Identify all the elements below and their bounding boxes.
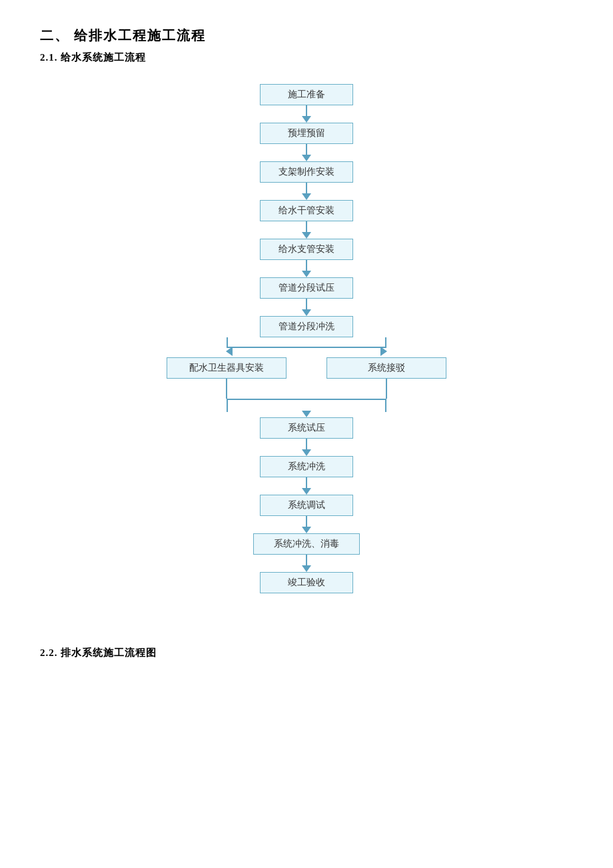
arrow-2 [302, 144, 311, 161]
arrow-after-3 [302, 516, 311, 533]
flowchart-container: 施工准备 预埋预留 支架制作安装 给水干管安装 给水支管安装 管道分段试压 [40, 84, 573, 593]
arrow-after-4 [302, 555, 311, 572]
section-title: 二、 给排水工程施工流程 [40, 27, 573, 45]
flow-box-7: 管道分段冲洗 [260, 316, 353, 337]
bottom-section: 2.2. 排水系统施工流程图 [40, 647, 573, 659]
flow-box-after-2: 系统冲洗 [260, 456, 353, 477]
split-top-connector [140, 337, 473, 357]
flow-box-after-3: 系统调试 [260, 495, 353, 516]
split-right-vline [386, 379, 387, 399]
sub-title-1: 2.1. 给水系统施工流程 [40, 51, 573, 64]
arrow-after-2 [302, 477, 311, 495]
split-row: 配水卫生器具安装 系统接驳 [140, 357, 473, 399]
arrow-4 [302, 221, 311, 239]
flow-box-2: 预埋预留 [260, 123, 353, 144]
flow-box-split-right: 系统接驳 [326, 357, 446, 379]
flow-box-4: 给水干管安装 [260, 200, 353, 221]
arrow-after-1 [302, 439, 311, 456]
merge-connector [140, 399, 473, 412]
flow-box-after-5: 竣工验收 [260, 572, 353, 593]
flow-box-after-4: 系统冲洗、消毒 [253, 533, 360, 555]
flow-box-1: 施工准备 [260, 84, 353, 105]
flow-box-6: 管道分段试压 [260, 277, 353, 299]
flow-box-split-left: 配水卫生器具安装 [167, 357, 287, 379]
arrow-6 [302, 299, 311, 316]
arrow-5 [302, 260, 311, 277]
flow-box-after-1: 系统试压 [260, 417, 353, 439]
flow-box-5: 给水支管安装 [260, 239, 353, 260]
flow-box-3: 支架制作安装 [260, 161, 353, 183]
arrow-1 [302, 105, 311, 123]
split-left-vline [226, 379, 227, 399]
sub-title-2: 2.2. 排水系统施工流程图 [40, 647, 573, 659]
split-right: 系统接驳 [326, 357, 446, 399]
arrow-3 [302, 183, 311, 200]
split-left: 配水卫生器具安装 [167, 357, 287, 399]
